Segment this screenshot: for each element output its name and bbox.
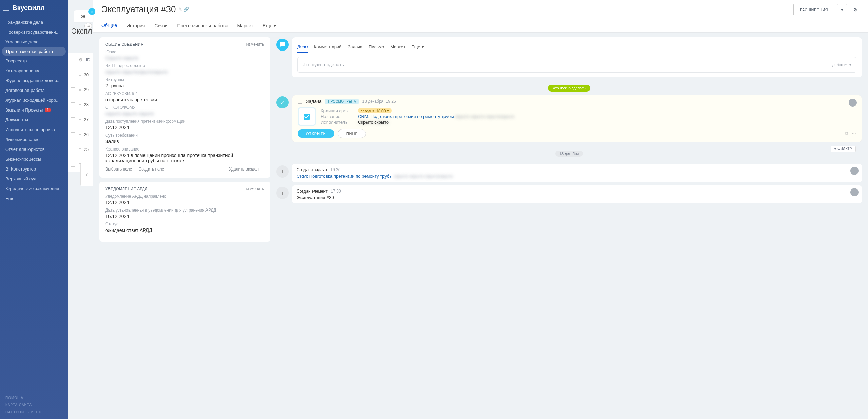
tab[interactable]: История — [126, 19, 145, 32]
bg-tab[interactable]: Пре ✕ — [74, 10, 93, 22]
more-icon[interactable]: ⋯ — [852, 131, 856, 136]
task-name-link[interactable]: CRM: Подготовка претензии по ремонту тру… — [358, 114, 454, 119]
card-title: УВЕДОМЛЕНИЕ АРДД — [105, 187, 147, 191]
sidebar-item[interactable]: Задачи и Проекты1 — [0, 105, 68, 115]
tab[interactable]: Маркет — [237, 19, 253, 32]
compose-actions[interactable]: действия ▾ — [832, 63, 851, 67]
sidebar-item[interactable]: Гражданские дела — [0, 17, 68, 27]
tab[interactable]: Письмо — [369, 41, 384, 53]
avatar[interactable] — [849, 99, 857, 107]
comment-icon[interactable] — [276, 39, 289, 51]
checkbox[interactable] — [71, 87, 75, 92]
menu-icon[interactable] — [3, 6, 9, 11]
row-id: 26 — [84, 132, 88, 137]
log-entry: Создан элемент17:30Эксплуатация #30 — [292, 185, 862, 203]
extensions-dropdown[interactable]: ▾ — [837, 4, 847, 15]
log-link[interactable]: CRM: Подготовка претензии по ремонту тру… — [297, 174, 857, 179]
sidebar-item[interactable]: Юридические заключения — [0, 184, 68, 194]
avatar[interactable] — [850, 167, 859, 175]
drag-icon[interactable]: ≡ — [79, 133, 80, 136]
table-row[interactable]: ≡25 — [68, 142, 93, 157]
sidebar-footer-link[interactable]: КАРТА САЙТА — [0, 401, 68, 408]
task-checkbox[interactable] — [298, 99, 302, 104]
deadline-value[interactable]: сегодня, 18:00 ▾ — [358, 108, 392, 113]
field: ЮристСкрыто скрыто — [105, 49, 264, 61]
link-icon[interactable]: 🔗 — [183, 7, 189, 12]
sidebar-item[interactable]: Проверки государственн... — [0, 27, 68, 37]
tab[interactable]: Связи — [154, 19, 167, 32]
background-list: Пре ✕ ⇥ Экспл ⚙ ID ≡30≡29≡28≡27≡26≡25≡24… — [68, 0, 93, 419]
sidebar-item[interactable]: Категорирование — [0, 66, 68, 76]
sidebar-item[interactable]: Уголовные дела — [0, 37, 68, 47]
field-value: 12.12.2024 в помещении произошла протечк… — [105, 153, 264, 163]
gear-icon[interactable]: ⚙ — [79, 57, 83, 62]
sidebar-item[interactable]: Росреестр — [0, 56, 68, 66]
ping-button[interactable]: ПИНГ — [338, 129, 366, 138]
copy-icon[interactable]: ⧉ — [845, 131, 848, 136]
field: Дата поступления претензии/информации12.… — [105, 119, 264, 130]
checkbox[interactable] — [71, 147, 75, 152]
extensions-button[interactable]: РАСШИРЕНИЯ — [793, 4, 834, 15]
table-row[interactable]: ≡29 — [68, 82, 93, 97]
checkbox[interactable] — [71, 117, 75, 122]
drag-icon[interactable]: ≡ — [79, 118, 80, 121]
sidebar-item[interactable]: BI Конструктор — [0, 164, 68, 174]
checkbox[interactable] — [71, 162, 75, 167]
sidebar-footer-link[interactable]: ПОМОЩЬ — [0, 394, 68, 401]
drag-icon[interactable]: ≡ — [79, 88, 80, 92]
tab[interactable]: Дело — [297, 41, 308, 53]
checkbox[interactable] — [71, 132, 75, 137]
checkbox[interactable] — [71, 73, 75, 77]
tab[interactable]: Маркет — [390, 41, 405, 53]
field-value: ожидаем ответ АРДД — [105, 227, 264, 233]
sidebar-item[interactable]: Верховный суд — [0, 174, 68, 184]
field: Уведомление АРДД направлено12.12.2024 — [105, 194, 264, 205]
sidebar-item[interactable]: Документы — [0, 115, 68, 125]
sidebar-item[interactable]: Претензионная работа — [2, 47, 66, 56]
sidebar-item[interactable]: Бизнес-процессы — [0, 154, 68, 164]
card-edit-link[interactable]: изменить — [246, 42, 264, 47]
tab[interactable]: Общие — [101, 19, 117, 32]
avatar[interactable] — [850, 188, 859, 196]
field-label: Юрист — [105, 49, 264, 54]
compose-input[interactable]: Что нужно сделать действия ▾ — [297, 57, 856, 73]
settings-button[interactable]: ⚙ — [850, 4, 861, 15]
filter-button[interactable]: ▾ ФИЛЬТР — [831, 146, 856, 152]
drag-icon[interactable]: ≡ — [79, 147, 80, 151]
checkbox[interactable] — [71, 102, 75, 107]
drag-icon[interactable]: ≡ — [79, 103, 80, 106]
field: Статусожидаем ответ АРДД — [105, 222, 264, 233]
sidebar-footer-link[interactable]: НАСТРОИТЬ МЕНЮ — [0, 408, 68, 416]
tab[interactable]: Еще ▾ — [263, 19, 276, 32]
open-button[interactable]: ОТКРЫТЬ — [298, 129, 334, 138]
close-icon[interactable]: ✕ — [88, 8, 95, 15]
collapse-icon[interactable]: ⇥ — [84, 23, 92, 29]
tab[interactable]: Претензионная работа — [177, 19, 228, 32]
row-id: 30 — [84, 72, 88, 77]
sidebar-item[interactable]: Отчет для юристов — [0, 144, 68, 154]
tab[interactable]: Комментарий — [314, 41, 342, 53]
table-row[interactable]: ≡28 — [68, 97, 93, 112]
sidebar-item[interactable]: Лицензирование — [0, 135, 68, 144]
column-id[interactable]: ID — [86, 58, 90, 62]
card-edit-link[interactable]: изменить — [246, 186, 264, 191]
sidebar-item[interactable]: Договорная работа — [0, 85, 68, 95]
table-row[interactable]: ≡27 — [68, 112, 93, 127]
drag-icon[interactable]: ≡ — [79, 73, 80, 77]
prev-arrow-icon[interactable]: ‹ — [80, 163, 93, 186]
delete-section-link[interactable]: Удалить раздел — [229, 167, 259, 172]
chevron-down-icon: ▾ — [422, 44, 424, 49]
table-row[interactable]: ≡30 — [68, 67, 93, 82]
row-id: 25 — [84, 147, 88, 152]
tab[interactable]: Задача — [348, 41, 362, 53]
sidebar-item[interactable]: Журнал выданных довер... — [0, 76, 68, 85]
table-row[interactable]: ≡26 — [68, 127, 93, 142]
sidebar-item[interactable]: Журнал исходящей корр... — [0, 95, 68, 105]
tab[interactable]: Еще ▾ — [411, 41, 424, 53]
create-field-link[interactable]: Создать поле — [139, 167, 164, 172]
edit-icon[interactable]: ✎ — [178, 7, 182, 12]
sidebar-item[interactable]: Исполнительное произв... — [0, 125, 68, 135]
sidebar-item[interactable]: Еще · — [0, 194, 68, 203]
select-field-link[interactable]: Выбрать поле — [105, 167, 132, 172]
checkbox[interactable] — [71, 58, 75, 62]
